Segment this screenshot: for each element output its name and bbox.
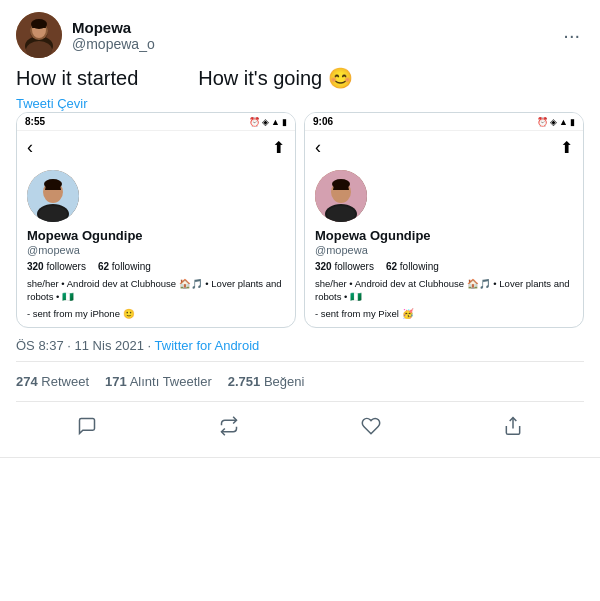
avatar[interactable] xyxy=(16,12,62,58)
profile-pic-right xyxy=(315,170,367,222)
share-button[interactable] xyxy=(497,410,529,447)
retweet-button[interactable] xyxy=(213,410,245,447)
tweet-meta: ÖS 8:37 · 11 Nis 2021 · Twitter for Andr… xyxy=(16,338,584,353)
bio-right: she/her • Android dev at Clubhouse 🏠🎵 • … xyxy=(315,277,573,304)
alarm-icon-r: ⏰ xyxy=(537,117,548,127)
svg-point-9 xyxy=(44,179,62,189)
bio-left: she/her • Android dev at Clubhouse 🏠🎵 • … xyxy=(27,277,285,304)
tweet-text-right: How it's going 😊 xyxy=(198,66,352,90)
back-button-left[interactable]: ‹ xyxy=(27,137,33,158)
profile-pic-left xyxy=(27,170,79,222)
status-bar-right: 9:06 ⏰ ◈ ▲ ▮ xyxy=(305,113,583,131)
tweet-text-left: How it started xyxy=(16,67,138,90)
time-left: 8:55 xyxy=(25,116,45,127)
device-left: - sent from my iPhone 🙂 xyxy=(27,308,285,319)
phone-nav-right: ‹ ⬆ xyxy=(305,131,583,164)
signal-icon: ▲ xyxy=(271,117,280,127)
svg-point-14 xyxy=(332,179,350,189)
like-button[interactable] xyxy=(355,410,387,447)
profile-username-left: @mopewa xyxy=(27,244,285,256)
reply-button[interactable] xyxy=(71,410,103,447)
svg-point-11 xyxy=(39,206,67,222)
status-icons-right: ⏰ ◈ ▲ ▮ xyxy=(537,117,575,127)
profile-section-left: Mopewa Ogundipe @mopewa 320 followers 62… xyxy=(17,164,295,327)
tweet-source[interactable]: Twitter for Android xyxy=(155,338,260,353)
followers-left: 320 followers xyxy=(27,261,86,272)
back-button-right[interactable]: ‹ xyxy=(315,137,321,158)
following-left: 62 following xyxy=(98,261,151,272)
user-info: Mopewa @mopewa_o xyxy=(72,19,155,52)
signal-icon-r: ▲ xyxy=(559,117,568,127)
profile-name-right: Mopewa Ogundipe xyxy=(315,228,573,243)
followers-right: 320 followers xyxy=(315,261,374,272)
profile-stats-right: 320 followers 62 following xyxy=(315,261,573,272)
screenshots-row: 8:55 ⏰ ◈ ▲ ▮ ‹ ⬆ xyxy=(16,112,584,328)
status-icons-left: ⏰ ◈ ▲ ▮ xyxy=(249,117,287,127)
share-button-left[interactable]: ⬆ xyxy=(272,138,285,157)
more-options-icon[interactable]: ··· xyxy=(559,20,584,51)
username[interactable]: @mopewa_o xyxy=(72,36,155,52)
like-stat[interactable]: 2.751 Beğeni xyxy=(228,374,305,389)
tweet-header: Mopewa @mopewa_o ··· xyxy=(16,12,584,58)
wifi-icon-r: ◈ xyxy=(550,117,557,127)
stats-bar: 274 Retweet 171 Alıntı Tweetler 2.751 Be… xyxy=(16,361,584,402)
phone-nav-left: ‹ ⬆ xyxy=(17,131,295,164)
tweet-header-left: Mopewa @mopewa_o xyxy=(16,12,155,58)
alarm-icon: ⏰ xyxy=(249,117,260,127)
battery-icon-left: ▮ xyxy=(282,117,287,127)
actions-bar xyxy=(16,402,584,457)
following-right: 62 following xyxy=(386,261,439,272)
screenshot-right: 9:06 ⏰ ◈ ▲ ▮ ‹ ⬆ xyxy=(304,112,584,328)
tweet-container: Mopewa @mopewa_o ··· How it started How … xyxy=(0,0,600,458)
profile-username-right: @mopewa xyxy=(315,244,573,256)
screenshot-left: 8:55 ⏰ ◈ ▲ ▮ ‹ ⬆ xyxy=(16,112,296,328)
profile-name-left: Mopewa Ogundipe xyxy=(27,228,285,243)
wifi-icon: ◈ xyxy=(262,117,269,127)
device-right: - sent from my Pixel 🥳 xyxy=(315,308,573,319)
svg-point-16 xyxy=(327,206,355,222)
translate-link[interactable]: Tweeti Çevir xyxy=(16,96,88,111)
retweet-stat[interactable]: 274 Retweet xyxy=(16,374,89,389)
svg-point-6 xyxy=(31,19,47,29)
status-bar-left: 8:55 ⏰ ◈ ▲ ▮ xyxy=(17,113,295,131)
time-right: 9:06 xyxy=(313,116,333,127)
profile-section-right: Mopewa Ogundipe @mopewa 320 followers 62… xyxy=(305,164,583,327)
share-button-right[interactable]: ⬆ xyxy=(560,138,573,157)
profile-stats-left: 320 followers 62 following xyxy=(27,261,285,272)
battery-icon-right: ▮ xyxy=(570,117,575,127)
quote-tweet-stat[interactable]: 171 Alıntı Tweetler xyxy=(105,374,212,389)
display-name[interactable]: Mopewa xyxy=(72,19,155,36)
